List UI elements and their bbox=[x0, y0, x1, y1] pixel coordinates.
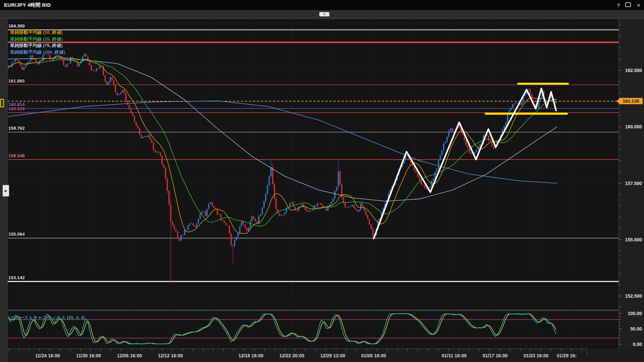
x-axis-tick-label: 01/17 16:00 bbox=[474, 353, 516, 358]
price-line-label: 160.629 bbox=[8, 106, 25, 111]
x-axis-tick-label: 01/05 16:00 bbox=[353, 353, 394, 358]
x-axis-tick-label: 12/12 16:00 bbox=[150, 353, 191, 358]
price-line-label: 155.064 bbox=[8, 232, 25, 237]
price-line-label: 161.865 bbox=[8, 78, 25, 83]
y-axis-tick-label: 162.500 bbox=[621, 68, 642, 73]
window-title: EUR/JPY 4時間 BID bbox=[0, 2, 51, 8]
y-axis-tick-label: 160.000 bbox=[621, 124, 642, 129]
toolbar-collapse-button[interactable]: ▼ bbox=[319, 12, 329, 16]
legend-item-sma: 単純移動平均線 (200, 終値) bbox=[10, 49, 65, 55]
chart-window: { "window": { "title": "EUR/JPY 4時間 BID"… bbox=[0, 0, 644, 362]
chevron-right-icon: ▶ bbox=[5, 189, 7, 192]
x-axis-tick-label: 01/11 16:00 bbox=[433, 353, 475, 358]
legend-item-sma: 単純移動平均線 (10, 終値) bbox=[10, 29, 63, 36]
legend-item-sma: 単純移動平均線 (75, 終値) bbox=[10, 43, 63, 49]
stochastic-indicator-label: スローストキャスティクス (25, 3, 3) bbox=[10, 315, 85, 321]
price-line-label: 158.548 bbox=[8, 153, 25, 158]
x-axis-tick-label: 12/22 20:00 bbox=[271, 353, 313, 358]
x-axis-tick-label: 11/30 16:00 bbox=[68, 353, 109, 358]
x-axis-tick-label: 12/29 12:00 bbox=[312, 353, 354, 358]
x-axis-tick-label: 01/23 16:00 bbox=[515, 353, 557, 358]
x-axis-tick-label: 12/06 16:00 bbox=[109, 353, 150, 358]
stoch-axis-tick-label: 100.00 bbox=[621, 311, 642, 316]
legend-item-sma: 単純移動平均線 (25, 終値) bbox=[10, 36, 63, 42]
price-line-label: 153.142 bbox=[8, 275, 25, 280]
price-line-label: 164.300 bbox=[8, 23, 25, 28]
stoch-axis-tick-label: 50.00 bbox=[621, 326, 642, 331]
x-axis-tick-label: 12/18 16:00 bbox=[230, 353, 272, 358]
y-axis-tick-label: 155.000 bbox=[621, 237, 642, 242]
maximize-icon[interactable] bbox=[625, 2, 631, 8]
chart-canvas bbox=[0, 0, 644, 362]
help-icon[interactable]: ? bbox=[617, 3, 620, 8]
y-axis-tick-label: 152.500 bbox=[621, 293, 642, 299]
stoch-axis-tick-label: 0.00 bbox=[621, 342, 642, 347]
window-buttons: ? ✕ bbox=[617, 2, 644, 8]
window-titlebar: EUR/JPY 4時間 BID ? ✕ bbox=[0, 0, 644, 10]
y-axis-tick-label: 157.500 bbox=[621, 181, 642, 186]
panel-expand-handle[interactable]: ▶ bbox=[3, 185, 9, 196]
current-price-tag: 161.135 bbox=[619, 98, 643, 104]
close-icon[interactable]: ✕ bbox=[636, 3, 641, 8]
x-axis-tick-label: 01/29 16: bbox=[557, 353, 588, 358]
x-axis-tick-label: 11/24 16:00 bbox=[27, 353, 68, 358]
order-marker-partial bbox=[0, 99, 4, 107]
chevron-down-icon: ▼ bbox=[323, 13, 326, 16]
price-line-label: 159.762 bbox=[8, 126, 25, 131]
